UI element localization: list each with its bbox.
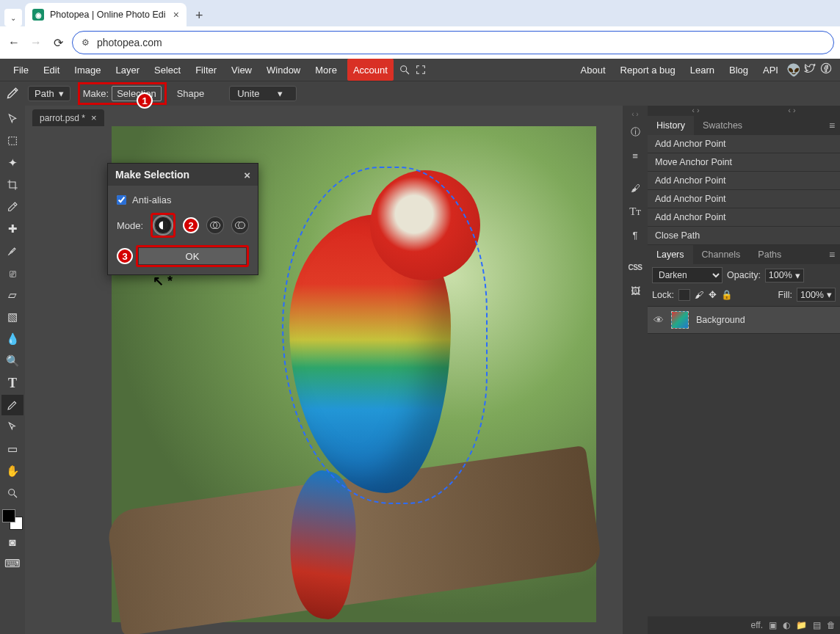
eyedropper-tool[interactable]	[1, 197, 23, 217]
new-layer-button[interactable]: ▤	[813, 620, 821, 630]
tab-layers[interactable]: Layers	[648, 245, 693, 264]
rectangle-tool[interactable]: ▭	[1, 439, 23, 459]
close-tab-icon[interactable]: ×	[173, 9, 179, 21]
ok-button[interactable]: OK	[138, 247, 247, 265]
url-bar[interactable]: ⚙ photopea.com	[72, 31, 834, 54]
reddit-icon[interactable]: 👽	[786, 63, 802, 77]
fill-input[interactable]: 100% ▾	[797, 288, 836, 302]
lock-all-icon[interactable]: 🔒	[721, 289, 733, 300]
make-shape-button[interactable]: Shape	[174, 88, 208, 99]
link-api[interactable]: API	[756, 59, 786, 81]
pen-tool[interactable]	[1, 395, 23, 415]
marquee-tool[interactable]	[1, 131, 23, 151]
gradient-tool[interactable]: ▧	[1, 307, 23, 327]
brush-tool[interactable]	[1, 241, 23, 261]
dialog-close-icon[interactable]: ×	[244, 169, 250, 181]
mode-add-selection[interactable]	[206, 216, 224, 234]
screen-mode-toggle[interactable]: ⌨	[1, 553, 23, 574]
history-item[interactable]: Close Path	[648, 227, 840, 245]
tab-swatches[interactable]: Swatches	[694, 116, 751, 135]
link-report-bug[interactable]: Report a bug	[613, 59, 683, 81]
menu-view[interactable]: View	[224, 59, 259, 81]
dodge-tool[interactable]: 🔍	[1, 351, 23, 371]
menu-layer[interactable]: Layer	[109, 59, 148, 81]
quickmask-toggle[interactable]: ◙	[1, 531, 23, 552]
adjustment-button[interactable]: ◐	[783, 620, 790, 630]
fx-button[interactable]: eff.	[751, 620, 763, 630]
path-operation-select[interactable]: Unite▾	[229, 86, 296, 101]
menu-select[interactable]: Select	[147, 59, 188, 81]
layer-thumbnail[interactable]	[671, 311, 689, 329]
menu-file[interactable]: File	[6, 59, 36, 81]
mode-new-selection[interactable]	[154, 216, 172, 234]
path-select-tool[interactable]	[1, 417, 23, 437]
lock-transparency-icon[interactable]	[678, 289, 690, 301]
new-tab-button[interactable]: +	[189, 5, 209, 26]
history-item[interactable]: Move Anchor Point	[648, 153, 840, 172]
blend-mode-select[interactable]: Darken	[652, 267, 723, 283]
reload-button[interactable]: ⟳	[50, 36, 66, 50]
eraser-tool[interactable]: ▱	[1, 285, 23, 305]
back-button[interactable]: ←	[6, 36, 22, 49]
character-panel-icon[interactable]: Tт	[626, 202, 645, 221]
delete-layer-button[interactable]: 🗑	[827, 620, 836, 630]
color-swatches[interactable]	[2, 509, 23, 530]
link-about[interactable]: About	[573, 59, 613, 81]
info-panel-icon[interactable]: ⓘ	[626, 123, 645, 142]
tab-paths[interactable]: Paths	[749, 245, 790, 264]
doc-tab-parrot[interactable]: parrot.psd * ×	[32, 109, 104, 126]
image-panel-icon[interactable]: 🖼	[626, 281, 645, 300]
tab-channels[interactable]: Channels	[693, 245, 750, 264]
tab-history[interactable]: History	[648, 116, 694, 135]
zoom-tool[interactable]	[1, 483, 23, 503]
paragraph-panel-icon[interactable]: ¶	[626, 225, 645, 244]
opacity-input[interactable]: 100% ▾	[765, 269, 804, 283]
adjust-panel-icon[interactable]: ≡	[626, 146, 645, 165]
canvas[interactable]: Make Selection × Anti-alias Mode:	[25, 126, 623, 634]
menu-image[interactable]: Image	[67, 59, 108, 81]
history-item[interactable]: Add Anchor Point	[648, 208, 840, 227]
site-settings-icon[interactable]: ⚙	[82, 37, 90, 48]
brush-panel-icon[interactable]: 🖌	[626, 178, 645, 197]
menubar-search-icon[interactable]	[397, 64, 413, 76]
css-panel-icon[interactable]: CSS	[626, 258, 645, 277]
link-blog[interactable]: Blog	[722, 59, 756, 81]
history-item[interactable]: Add Anchor Point	[648, 135, 840, 153]
layer-row-background[interactable]: 👁 Background	[648, 306, 840, 334]
blur-tool[interactable]: 💧	[1, 329, 23, 349]
menu-filter[interactable]: Filter	[188, 59, 224, 81]
crop-tool[interactable]	[1, 175, 23, 195]
path-mode-select[interactable]: Path▾	[28, 86, 70, 101]
menu-window[interactable]: Window	[259, 59, 308, 81]
lock-position-icon[interactable]: ✥	[709, 289, 717, 300]
twitter-icon[interactable]	[802, 62, 818, 77]
history-panel-menu-icon[interactable]: ≡	[824, 120, 840, 131]
mode-subtract-selection[interactable]	[231, 216, 249, 234]
anti-alias-checkbox[interactable]	[117, 195, 126, 205]
clone-stamp-tool[interactable]: ⎚	[1, 263, 23, 283]
menu-edit[interactable]: Edit	[36, 59, 67, 81]
layer-visibility-icon[interactable]: 👁	[653, 314, 664, 326]
mask-button[interactable]: ▣	[769, 620, 777, 630]
history-item[interactable]: Add Anchor Point	[648, 172, 840, 190]
facebook-icon[interactable]	[818, 62, 834, 77]
magic-wand-tool[interactable]: ✦	[1, 153, 23, 173]
menu-more[interactable]: More	[308, 59, 344, 81]
move-tool[interactable]	[1, 109, 23, 129]
fullscreen-icon[interactable]	[413, 64, 429, 76]
history-item[interactable]: Add Anchor Point	[648, 190, 840, 208]
layers-panel-menu-icon[interactable]: ≡	[824, 249, 840, 260]
healing-tool[interactable]: ✚	[1, 219, 23, 239]
url-text: photopea.com	[97, 37, 162, 48]
folder-button[interactable]: 📁	[796, 620, 807, 630]
hand-tool[interactable]: ✋	[1, 461, 23, 481]
dialog-titlebar[interactable]: Make Selection ×	[108, 164, 258, 186]
browser-tab[interactable]: ◉ Photopea | Online Photo Edi ×	[25, 3, 187, 26]
link-learn[interactable]: Learn	[683, 59, 722, 81]
tab-list-button[interactable]: ⌄	[4, 9, 22, 26]
type-tool[interactable]: T	[1, 373, 23, 393]
forward-button[interactable]: →	[28, 36, 44, 49]
menu-account[interactable]: Account	[347, 59, 394, 81]
close-doc-icon[interactable]: ×	[91, 112, 97, 123]
lock-image-icon[interactable]: 🖌	[695, 290, 704, 300]
